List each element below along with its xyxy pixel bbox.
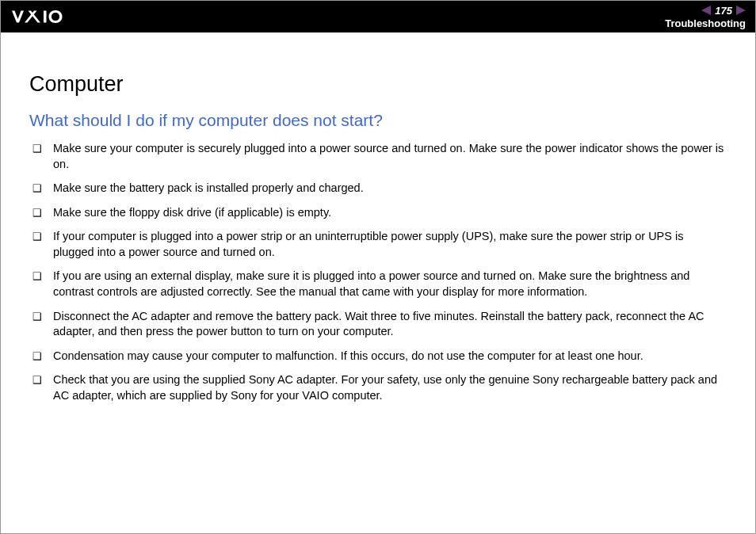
page-navigation: 175 <box>701 5 746 17</box>
subsection-title: What should I do if my computer does not… <box>29 111 727 130</box>
list-item: If you are using an external display, ma… <box>29 269 727 299</box>
list-item: If your computer is plugged into a power… <box>29 229 727 260</box>
prev-page-arrow-icon[interactable] <box>701 6 711 15</box>
section-title: Computer <box>29 72 727 97</box>
svg-rect-0 <box>44 11 47 23</box>
list-item: Check that you are using the supplied So… <box>29 372 727 403</box>
list-item: Make sure the battery pack is installed … <box>29 181 727 196</box>
page-content: Computer What should I do if my computer… <box>1 32 755 428</box>
vaio-logo <box>12 1 91 32</box>
list-item: Condensation may cause your computer to … <box>29 349 727 364</box>
list-item: Make sure the floppy disk drive (if appl… <box>29 205 727 221</box>
troubleshooting-list: Make sure your computer is securely plug… <box>29 141 727 403</box>
list-item: Disconnect the AC adapter and remove the… <box>29 309 727 340</box>
list-item: Make sure your computer is securely plug… <box>29 141 727 172</box>
header-right: 175 Troubleshooting <box>665 5 746 29</box>
section-name: Troubleshooting <box>665 17 746 29</box>
page-number: 175 <box>712 5 735 17</box>
next-page-arrow-icon[interactable] <box>736 6 746 15</box>
header-bar: 175 Troubleshooting <box>1 1 755 32</box>
